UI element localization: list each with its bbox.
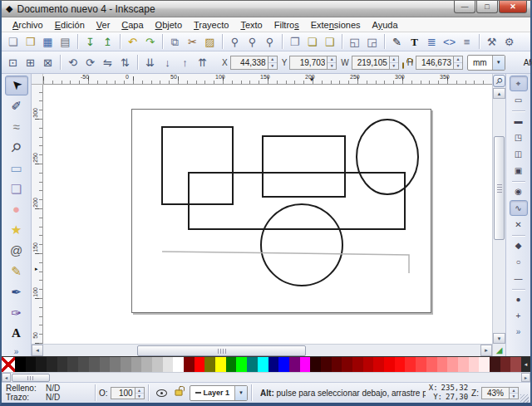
undo-button[interactable]: ↶ <box>124 33 141 50</box>
text-tool-button[interactable]: A <box>5 323 28 343</box>
palette-swatch[interactable] <box>500 357 511 372</box>
canvas-viewport[interactable] <box>43 85 492 344</box>
snap-paths-button[interactable]: ∿ <box>510 200 528 216</box>
snap-toolbar-overflow[interactable]: » <box>516 327 521 336</box>
palette-swatch[interactable] <box>131 357 142 372</box>
zoom-page-button[interactable]: ⚲ <box>261 33 278 50</box>
palette-swatch[interactable] <box>89 357 100 372</box>
group-button[interactable]: ◱ <box>346 33 363 50</box>
fill-stroke-indicator[interactable]: Relleno:N/D Trazo:N/D <box>3 384 91 402</box>
menu-capa[interactable]: Capa <box>116 19 149 31</box>
close-button[interactable]: ✕ <box>499 1 527 13</box>
palette-swatch[interactable] <box>437 357 448 372</box>
import-document-button[interactable]: ↧ <box>81 33 99 50</box>
layer-lock-icon[interactable] <box>175 389 182 395</box>
enable-snapping-button[interactable]: ⌖ <box>510 76 528 91</box>
palette-swatch[interactable] <box>384 357 395 372</box>
layer-visibility-eye-icon[interactable] <box>156 389 167 397</box>
snap-smooth-nodes-button[interactable]: ○ <box>510 254 528 270</box>
vertical-scrollbar[interactable]: ⚲ ▲ ▼ ◢ <box>492 74 505 356</box>
opacity-input[interactable] <box>111 387 135 399</box>
palette-swatch[interactable] <box>258 357 268 372</box>
ellipse-tool-button[interactable]: ● <box>5 199 28 219</box>
palette-swatch[interactable] <box>47 357 57 372</box>
palette-swatch[interactable] <box>332 357 342 372</box>
palette-swatch[interactable] <box>184 357 195 372</box>
rotate-ccw-button[interactable]: ⟲ <box>64 54 81 71</box>
snap-midpoints-button[interactable]: — <box>510 271 528 286</box>
snap-rotation-center-button[interactable]: + <box>510 308 528 324</box>
palette-swatch[interactable] <box>469 357 480 372</box>
node-tool-button[interactable]: ✐ <box>5 96 28 116</box>
layers-dialog-button[interactable]: ≣ <box>423 33 441 50</box>
cut-button[interactable]: ✂ <box>184 33 201 50</box>
unlink-clone-button[interactable]: ❑ <box>321 33 338 50</box>
menu-ayuda[interactable]: Ayuda <box>367 19 404 31</box>
palette-swatch[interactable] <box>247 357 258 372</box>
palette-swatch[interactable] <box>226 357 237 372</box>
palette-swatch[interactable] <box>416 357 426 372</box>
palette-scroll-right-icon[interactable]: ► <box>521 373 530 382</box>
palette-scroll-left-icon[interactable]: ◄ <box>2 373 11 382</box>
palette-swatch[interactable] <box>300 357 311 372</box>
menu-trayecto[interactable]: Trayecto <box>188 19 234 31</box>
bezier-pen-tool-button[interactable]: ✒ <box>5 281 28 301</box>
scroll-up-icon[interactable]: ▲ <box>493 88 505 99</box>
zoom-spinner[interactable]: ▲▼ <box>510 387 519 399</box>
palette-swatch[interactable] <box>36 357 47 372</box>
palette-swatch[interactable] <box>426 357 437 372</box>
h-spinner[interactable]: ▲▼ <box>454 56 463 70</box>
xml-editor-button[interactable]: <> <box>441 33 458 50</box>
palette-swatch[interactable] <box>310 357 321 372</box>
flip-vertical-button[interactable]: ⇅ <box>116 54 134 71</box>
snap-nodes-button[interactable]: ◉ <box>510 183 528 199</box>
menu-extensiones[interactable]: Extensiones <box>305 19 367 31</box>
scroll-left-icon[interactable]: ◄ <box>32 345 43 356</box>
horizontal-scrollbar[interactable]: ◄ ► <box>32 344 492 356</box>
palette-swatch[interactable] <box>78 357 89 372</box>
3d-box-tool-button[interactable]: ❏ <box>5 179 28 198</box>
menu-filtros[interactable]: Filtros <box>268 19 305 31</box>
spiral-tool-button[interactable]: @ <box>5 241 28 261</box>
canvas-shape-square-1[interactable] <box>162 127 233 204</box>
w-input[interactable] <box>352 56 390 70</box>
lower-to-bottom-button[interactable]: ⇊ <box>141 54 159 71</box>
scroll-down-icon[interactable]: ▼ <box>493 333 505 344</box>
tweak-tool-button[interactable]: ≈ <box>5 117 28 137</box>
maximize-button[interactable]: □ <box>476 1 498 13</box>
snap-path-intersections-button[interactable]: ✕ <box>510 217 528 232</box>
palette-swatch-none[interactable] <box>2 357 15 372</box>
palette-swatch[interactable] <box>141 357 152 372</box>
menu-archivo[interactable]: Archivo <box>7 19 49 31</box>
zoom-selection-button[interactable]: ⚲ <box>226 33 244 50</box>
title-bar[interactable]: ◆ Documento nuevo 4 - Inkscape —□✕ <box>2 1 530 17</box>
paste-button[interactable]: ▨ <box>201 33 219 50</box>
palette-overflow-arrow[interactable]: ◂ <box>521 357 530 372</box>
horizontal-scroll-thumb[interactable] <box>137 345 306 356</box>
palette-swatch[interactable] <box>405 357 416 372</box>
snap-bbox-corners-button[interactable]: ◳ <box>510 130 528 145</box>
palette-swatch[interactable] <box>479 357 490 372</box>
palette-swatch[interactable] <box>100 357 111 372</box>
menu-objeto[interactable]: Objeto <box>150 19 188 31</box>
snap-object-centers-button[interactable]: ● <box>510 291 528 307</box>
zoom-input[interactable] <box>481 387 510 399</box>
new-document-button[interactable]: ❏ <box>4 33 22 50</box>
zoom-tool-button[interactable]: ⚲ <box>5 138 28 158</box>
clone-button[interactable]: ❏ <box>303 33 321 50</box>
palette-swatch[interactable] <box>342 357 352 372</box>
palette-scrollbar[interactable]: ◄ ► <box>2 372 530 382</box>
export-document-button[interactable]: ↥ <box>99 33 116 50</box>
vertical-scroll-thumb[interactable] <box>494 136 505 240</box>
menu-ver[interactable]: Ver <box>91 19 116 31</box>
select-all-button[interactable]: ⊡ <box>4 54 22 71</box>
palette-swatch[interactable] <box>195 357 205 372</box>
selector-tool-button[interactable]: ➤ <box>5 76 28 95</box>
palette-swatch[interactable] <box>215 357 226 372</box>
palette-swatch[interactable] <box>15 357 26 372</box>
canvas-shape-rectangle-2[interactable] <box>263 136 345 197</box>
palette-swatch[interactable] <box>321 357 332 372</box>
align-dialog-button[interactable]: ≡ <box>458 33 475 50</box>
palette-swatch[interactable] <box>57 357 68 372</box>
palette-swatch[interactable] <box>152 357 163 372</box>
